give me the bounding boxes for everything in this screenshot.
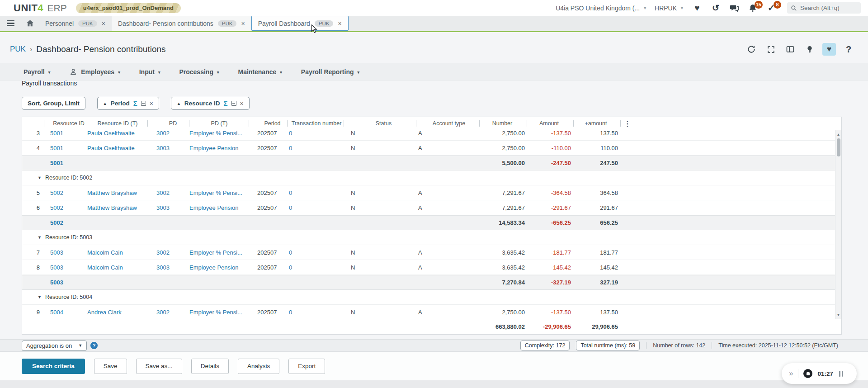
header-rid[interactable]: Resource ID — [44, 117, 87, 130]
menu-item-maintenance[interactable]: Maintenance▾ — [238, 68, 282, 76]
close-tab-icon[interactable]: × — [338, 20, 341, 27]
cell-resource-id[interactable]: 5001 — [44, 160, 87, 166]
cell-pd-t[interactable]: Employer % Pensi... — [189, 309, 249, 316]
favorite-page-button[interactable]: ♥ — [822, 43, 836, 56]
table-scrollbar[interactable]: ▲ ▼ — [835, 130, 841, 319]
sort-ascending-icon[interactable]: ▲ — [177, 101, 181, 106]
collapse-icon[interactable] — [141, 101, 146, 106]
aggregate-sigma-icon[interactable]: Σ — [224, 99, 228, 107]
favorites-button[interactable]: ♥ — [692, 3, 703, 14]
save-button[interactable]: Save — [94, 359, 127, 374]
cell-resource-name[interactable]: Matthew Brayshaw — [87, 204, 148, 211]
tab-personnel[interactable]: PersonnelPUK× — [39, 16, 112, 31]
messages-button[interactable] — [729, 3, 740, 14]
close-tab-icon[interactable]: × — [102, 20, 105, 27]
pause-recording-button[interactable] — [839, 371, 843, 377]
group-chip-resource-id[interactable]: ▲Resource IDΣ× — [171, 97, 250, 110]
header-number[interactable]: Number — [480, 117, 527, 130]
aggregate-sigma-icon[interactable]: Σ — [133, 99, 137, 107]
group-header-row[interactable]: ▼Resource ID: 5003 — [22, 230, 835, 245]
cell-pd-t[interactable]: Employee Pension — [189, 204, 249, 211]
header-acct[interactable]: Account type — [416, 117, 480, 130]
aggregation-select[interactable]: Aggregation is on ▼ — [22, 341, 87, 351]
cell-pd-t[interactable]: Employer % Pensi... — [189, 189, 249, 196]
cell-pd[interactable]: 3003 — [148, 204, 189, 211]
scrollbar-thumb[interactable] — [837, 138, 840, 156]
remove-chip-icon[interactable]: × — [240, 100, 244, 107]
cell-transaction-number[interactable]: 0 — [288, 264, 344, 271]
hamburger-menu-button[interactable] — [0, 16, 21, 31]
header-pdt[interactable]: PD (T) — [189, 117, 249, 130]
cell-transaction-number[interactable]: 0 — [288, 204, 344, 211]
cell-transaction-number[interactable]: 0 — [288, 130, 344, 137]
menu-item-input[interactable]: Input▾ — [139, 68, 160, 76]
cell-resource-id[interactable]: 5001 — [44, 145, 87, 151]
tab-dashboard-pension-contributions[interactable]: Dashboard- Pension contributionsPUK× — [112, 16, 251, 31]
menu-item-processing[interactable]: Processing▾ — [179, 68, 219, 76]
history-button[interactable]: ↺ — [710, 3, 721, 14]
cell-resource-name[interactable]: Andrea Clark — [87, 309, 148, 316]
cell-pd[interactable]: 3002 — [148, 309, 189, 316]
cell-pd[interactable]: 3003 — [148, 264, 189, 271]
company-selector[interactable]: U4ia PSO United Kingdom (... ▼ — [556, 5, 647, 12]
collapse-group-icon[interactable]: ▼ — [38, 175, 42, 180]
cell-resource-id[interactable]: 5003 — [44, 279, 87, 286]
tasks-button[interactable]: ✓ 8 — [766, 3, 777, 14]
cell-resource-id[interactable]: 5004 — [44, 309, 87, 316]
header-pd[interactable]: PD — [148, 117, 189, 130]
header-status[interactable]: Status — [344, 117, 416, 130]
cell-pd-t[interactable]: Employee Pension — [189, 145, 249, 151]
analysis-button[interactable]: Analysis — [238, 359, 279, 374]
header-ridt[interactable]: Resource ID (T) — [87, 117, 148, 130]
cell-transaction-number[interactable]: 0 — [288, 249, 344, 256]
sort-ascending-icon[interactable]: ▲ — [103, 101, 107, 106]
menu-item-payroll[interactable]: Payroll▾ — [24, 68, 50, 76]
tab-payroll-dashboard[interactable]: Payroll DashboardPUK× — [251, 16, 349, 31]
menu-item-employees[interactable]: Employees▾ — [69, 68, 120, 76]
scrollbar-up-arrow[interactable]: ▲ — [835, 131, 841, 137]
cell-resource-name[interactable]: Paula Oselthwaite — [87, 145, 148, 151]
cell-pd-t[interactable]: Employer % Pensi... — [189, 249, 249, 256]
details-button[interactable]: Details — [191, 359, 229, 374]
cell-pd[interactable]: 3002 — [148, 249, 189, 256]
expand-recorder-icon[interactable]: » — [789, 369, 793, 378]
group-chip-period[interactable]: ▲PeriodΣ× — [97, 97, 159, 110]
cell-resource-name[interactable]: Malcolm Cain — [87, 249, 148, 256]
notifications-button[interactable]: 15 — [747, 3, 758, 14]
close-tab-icon[interactable]: × — [241, 20, 245, 27]
header-plus[interactable]: +amount — [574, 117, 621, 130]
help-button[interactable]: ? — [842, 43, 855, 56]
cell-pd-t[interactable]: Employee Pension — [189, 264, 249, 271]
cell-pd-t[interactable]: Employer % Pensi... — [189, 130, 249, 137]
collapse-group-icon[interactable]: ▼ — [38, 235, 42, 240]
cell-pd[interactable]: 3002 — [148, 130, 189, 137]
header-trans[interactable]: Transaction number — [288, 117, 344, 130]
cell-resource-name[interactable]: Paula Oselthwaite — [87, 130, 148, 137]
cell-pd[interactable]: 3002 — [148, 189, 189, 196]
header-amount[interactable]: Amount — [527, 117, 574, 130]
kebab-menu-icon[interactable]: ⋮ — [624, 119, 631, 128]
cell-resource-id[interactable]: 5002 — [44, 189, 87, 196]
remove-chip-icon[interactable]: × — [150, 100, 153, 107]
cell-resource-id[interactable]: 5001 — [44, 130, 87, 137]
collapse-icon[interactable] — [231, 101, 236, 106]
save-as-button[interactable]: Save as... — [136, 359, 182, 374]
record-stop-button[interactable] — [803, 369, 812, 378]
cell-transaction-number[interactable]: 0 — [288, 309, 344, 316]
cell-transaction-number[interactable]: 0 — [288, 189, 344, 196]
header-period[interactable]: Period — [249, 117, 288, 130]
cell-resource-id[interactable]: 5002 — [44, 204, 87, 211]
fullscreen-button[interactable] — [764, 43, 778, 56]
group-header-row[interactable]: ▼Resource ID: 5002 — [22, 170, 835, 185]
menu-item-payroll-reporting[interactable]: Payroll Reporting▾ — [301, 68, 359, 76]
global-search-input[interactable]: Search (Alt+q) — [787, 2, 861, 14]
cell-resource-name[interactable]: Matthew Brayshaw — [87, 189, 148, 196]
scrollbar-down-arrow[interactable]: ▼ — [835, 312, 841, 318]
group-header-row[interactable]: ▼Resource ID: 5004 — [22, 290, 835, 305]
sort-group-limit-button[interactable]: Sort, Group, Limit — [22, 97, 85, 110]
search-criteria-button[interactable]: Search criteria — [22, 359, 85, 374]
refresh-button[interactable] — [745, 43, 758, 56]
cell-resource-id[interactable]: 5002 — [44, 219, 87, 226]
tips-button[interactable] — [803, 43, 816, 56]
cell-resource-name[interactable]: Malcolm Cain — [87, 264, 148, 271]
